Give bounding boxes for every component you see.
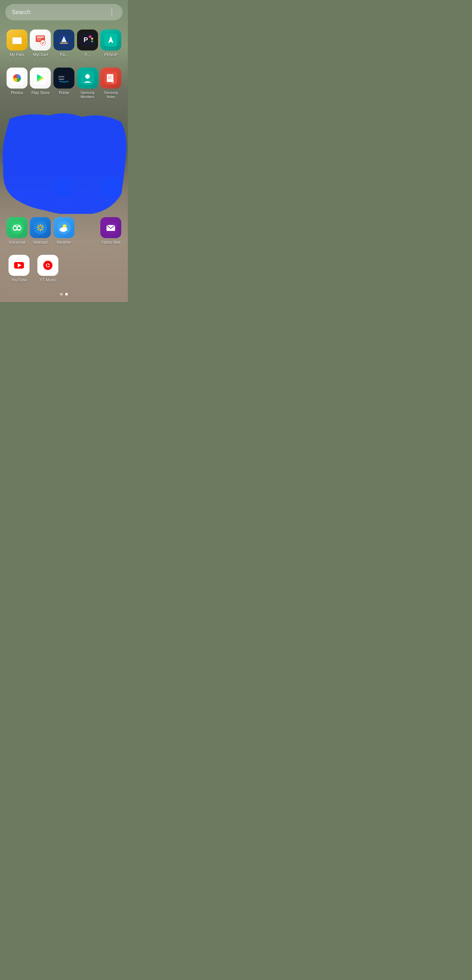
svg-rect-1 (13, 38, 22, 44)
blue-scribble (0, 109, 128, 214)
svg-point-15 (91, 40, 93, 42)
app-label-play-store: Play Store (32, 91, 49, 96)
svg-rect-6 (37, 40, 41, 40)
app-photos[interactable]: Photos (6, 68, 28, 99)
app-walmart[interactable]: Walmart (29, 217, 51, 245)
svg-point-25 (85, 74, 90, 79)
app-label-photos: Photos (11, 91, 23, 96)
app-label-samsung-notes: SamsungNotes (104, 91, 118, 99)
app-label-picsart: P... (84, 52, 90, 58)
svg-point-14 (91, 38, 93, 40)
app-row-3: Voicemail (5, 217, 122, 245)
app-row-2: Photos Play Store (5, 68, 122, 99)
app-voicemail[interactable]: Voicemail (6, 217, 28, 245)
svg-point-49 (63, 227, 67, 231)
svg-text:S: S (111, 80, 114, 84)
app-label-weather: Weather (56, 240, 71, 245)
page-indicator (5, 293, 122, 296)
svg-rect-5 (37, 38, 42, 39)
svg-rect-30 (108, 78, 112, 79)
app-row-1: My Files MyChart (5, 30, 122, 58)
svg-rect-35 (15, 229, 19, 230)
svg-rect-10 (60, 43, 68, 44)
svg-point-48 (60, 228, 63, 231)
app-mychart[interactable]: MyChart (29, 30, 51, 58)
app-label-walmart: Walmart (33, 240, 48, 245)
app-row-4: YouTube YT Music (5, 255, 122, 283)
app-label-penup: PENUP (104, 52, 118, 58)
svg-rect-36 (34, 221, 47, 234)
search-placeholder: Search (12, 9, 30, 16)
app-youtube[interactable]: YouTube (8, 255, 30, 283)
app-label-samsung-members: SamsungMembers (80, 91, 94, 99)
app-samsung-notes[interactable]: S SamsungNotes (100, 68, 122, 99)
svg-point-7 (40, 40, 46, 45)
app-label-mychart: MyChart (33, 52, 48, 58)
svg-text:P: P (84, 36, 88, 43)
app-yahoo-mail[interactable]: Yahoo Mail (100, 217, 122, 245)
app-picsart[interactable]: P P... (76, 30, 99, 58)
svg-rect-4 (37, 37, 44, 38)
app-my-files[interactable]: My Files (6, 30, 28, 58)
app-play-store[interactable]: Play Store (29, 68, 51, 99)
app-penup[interactable]: PENUP (100, 30, 122, 58)
app-label-prime: Prime (59, 91, 69, 96)
svg-rect-29 (108, 77, 111, 78)
svg-text:prime: prime (59, 75, 65, 78)
more-options-icon[interactable]: ⋮ (108, 8, 116, 16)
app-paramount[interactable]: Pa... (53, 30, 75, 58)
app-prime-video[interactable]: prime video Prime (53, 68, 75, 99)
app-weather[interactable]: Weather (53, 217, 75, 245)
app-label-yt-music: YT Music (40, 278, 56, 283)
app-yt-music[interactable]: YT Music (37, 255, 59, 283)
app-label-yahoo-mail: Yahoo Mail (101, 240, 121, 245)
svg-rect-2 (13, 37, 17, 39)
svg-text:video: video (59, 78, 64, 80)
page-dot-1[interactable] (60, 293, 63, 296)
page-dot-2[interactable] (65, 293, 68, 296)
app-label-my-files: My Files (10, 52, 24, 58)
app-samsung-members[interactable]: SamsungMembers (76, 68, 99, 99)
app-label-voicemail: Voicemail (8, 240, 25, 245)
svg-point-13 (89, 35, 91, 38)
svg-rect-28 (108, 76, 113, 76)
app-label-paramount: Pa... (60, 52, 68, 58)
app-label-youtube: YouTube (11, 278, 27, 283)
search-bar[interactable]: Search ⋮ (5, 4, 122, 20)
app-hidden-slot (76, 217, 99, 245)
